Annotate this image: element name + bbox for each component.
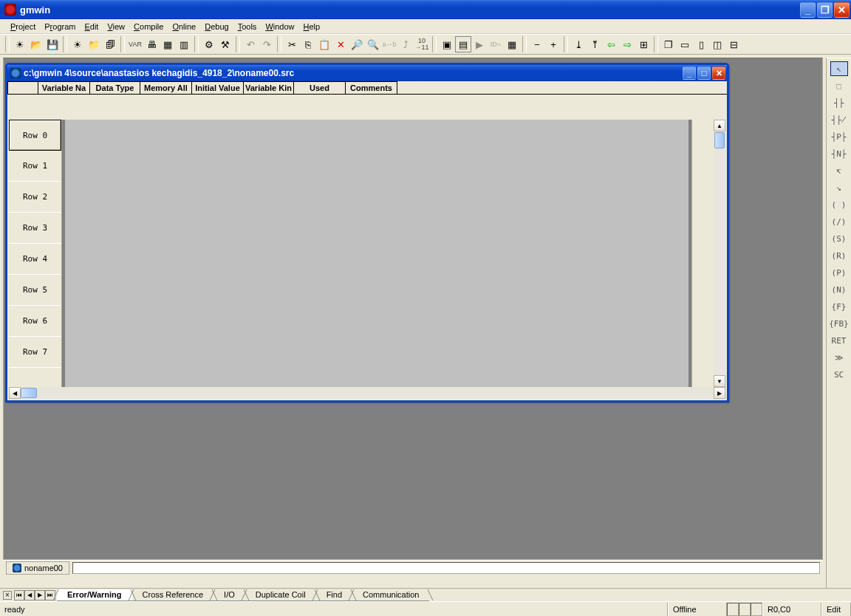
palette-contact-neg-icon[interactable]: ┤├̸ [830,112,848,127]
col-data-type[interactable]: Data Type [90,81,140,94]
tb-new-icon[interactable]: ☀ [12,36,28,52]
tb-open-icon[interactable]: 📂 [28,36,44,52]
tb-prog-icon[interactable]: ▦ [160,36,176,52]
tb-open2-icon[interactable]: 📁 [86,36,102,52]
palette-contact-icon[interactable]: ┤├ [830,95,848,110]
tab-error-warning[interactable]: Error/Warning [57,589,132,601]
tb-print-icon[interactable]: 🖶 [143,36,160,52]
horizontal-scrollbar[interactable]: ◀ ▶ [9,387,725,399]
child-minimize-button[interactable]: _ [683,66,696,80]
tb-left-icon[interactable]: ⇦ [603,36,619,52]
palette-return-icon[interactable]: RET [830,333,848,348]
menu-edit[interactable]: Edit [80,21,103,32]
menu-view[interactable]: View [103,21,129,32]
tb-goto-line-icon[interactable]: 10→11 [414,36,430,52]
palette-coil-set-icon[interactable]: (S) [830,231,848,246]
palette-coil-reset-icon[interactable]: (R) [830,248,848,263]
tb-split-icon[interactable]: ◫ [709,36,725,52]
scroll-down-icon[interactable]: ▼ [714,375,725,387]
tb-tree-icon[interactable]: ⊞ [635,36,652,52]
tb-download-icon[interactable]: ⤓ [570,36,587,52]
col-comments[interactable]: Comments [346,81,397,94]
col-initial-value[interactable]: Initial Value [192,81,244,94]
scroll-left-icon[interactable]: ◀ [9,387,21,399]
menu-project[interactable]: Project [6,21,40,32]
col-rownum[interactable] [7,81,38,94]
tb-upload-icon[interactable]: ⤒ [587,36,603,52]
tb-arrange-icon[interactable]: ⊟ [725,36,742,52]
col-used[interactable]: Used [294,81,346,94]
output-close-icon[interactable]: × [3,591,12,600]
child-close-button[interactable]: ✕ [712,66,725,80]
palette-contact-n-icon[interactable]: ┤N├ [830,146,848,161]
tb-paste-icon[interactable]: 📋 [316,36,332,52]
tb-copy-file-icon[interactable]: 🗐 [102,36,118,52]
tab-io[interactable]: I/O [213,589,245,601]
tb-find-icon[interactable]: 🔎 [349,36,365,52]
tab-communication[interactable]: Communication [352,589,429,601]
tb-plus-icon[interactable]: + [545,36,561,52]
minimize-button[interactable]: _ [800,2,816,18]
col-memory-all[interactable]: Memory All [140,81,192,94]
scroll-thumb[interactable] [714,132,725,148]
tb-tile-v-icon[interactable]: ▯ [693,36,709,52]
palette-pointer-icon[interactable]: ↖ [830,61,848,76]
tb-findnext-icon[interactable]: 🔍 [365,36,381,52]
scroll-up-icon[interactable]: ▲ [714,120,725,131]
menu-tools[interactable]: Tools [233,21,262,32]
menu-program[interactable]: Program [40,21,80,32]
child-maximize-button[interactable]: □ [697,66,711,80]
child-titlebar[interactable]: c:\gmwin 4\source\anastasios kechagidis_… [7,65,727,81]
tab-duplicate-coil[interactable]: Duplicate Coil [245,589,316,601]
menu-help[interactable]: Help [299,21,325,32]
doc-tab[interactable]: noname00 [6,561,69,575]
tb-right-icon[interactable]: ⇨ [619,36,635,52]
palette-func-icon[interactable]: {F} [830,299,848,314]
tab-cross-reference[interactable]: Cross Reference [132,589,214,601]
row-label[interactable]: Row 5 [9,275,61,306]
palette-contact-p-icon[interactable]: ┤P├ [830,129,848,144]
palette-sc-icon[interactable]: SC [830,367,848,382]
tb-tile-h-icon[interactable]: ▭ [677,36,693,52]
tb-id-icon[interactable]: ID= [488,36,504,52]
tb-monitor-icon[interactable]: ▤ [455,36,471,52]
tb-save-icon[interactable]: 💾 [44,36,61,52]
close-button[interactable]: ✕ [834,2,850,18]
row-label[interactable]: Row 1 [9,151,61,182]
tb-cut-icon[interactable]: ✂ [284,36,300,52]
menu-online[interactable]: Online [168,21,200,32]
tb-run-icon[interactable]: ▶ [471,36,488,52]
scroll-right-icon[interactable]: ▶ [714,387,725,399]
tb-stop-icon[interactable]: ▦ [504,36,520,52]
col-variable-name[interactable]: Variable Na [38,81,90,94]
row-label[interactable]: Row 4 [9,244,61,275]
palette-coil-p-icon[interactable]: (P) [830,265,848,280]
tb-replace-icon[interactable]: a↔b [381,36,397,52]
palette-coil-n-icon[interactable]: (N) [830,282,848,297]
restore-button[interactable]: ❐ [817,2,833,18]
tb-undo-icon[interactable]: ↶ [242,36,259,52]
tab-find[interactable]: Find [316,589,352,601]
tb-connect-icon[interactable]: ▣ [439,36,455,52]
vertical-scrollbar[interactable]: ▲ ▼ [714,120,725,387]
tb-cascade-icon[interactable]: ❐ [660,36,677,52]
tb-minus-icon[interactable]: − [529,36,545,52]
tb-delete-icon[interactable]: ✕ [332,36,349,52]
row-label[interactable]: Row 0 [9,120,61,151]
row-label[interactable]: Row 6 [9,306,61,337]
palette-jump-icon[interactable]: ≫ [830,350,848,365]
menu-debug[interactable]: Debug [200,21,233,32]
output-nav-prev-icon[interactable]: ◀ [24,590,35,600]
tb-var-icon[interactable]: VAR [127,36,143,52]
row-label[interactable]: Row 7 [9,337,61,368]
tb-rebuild-icon[interactable]: ⚒ [217,36,233,52]
palette-select-icon[interactable]: ⬚ [830,78,848,93]
row-label[interactable]: Row 2 [9,182,61,213]
tb-goto-icon[interactable]: ⤴ [397,36,414,52]
palette-coil-icon[interactable]: ( ) [830,197,848,212]
menu-compile[interactable]: Compile [129,21,168,32]
output-nav-first-icon[interactable]: ⏮ [14,590,24,600]
tb-new2-icon[interactable]: ☀ [69,36,86,52]
ladder-canvas[interactable] [62,120,691,387]
row-label[interactable]: Row 3 [9,213,61,244]
